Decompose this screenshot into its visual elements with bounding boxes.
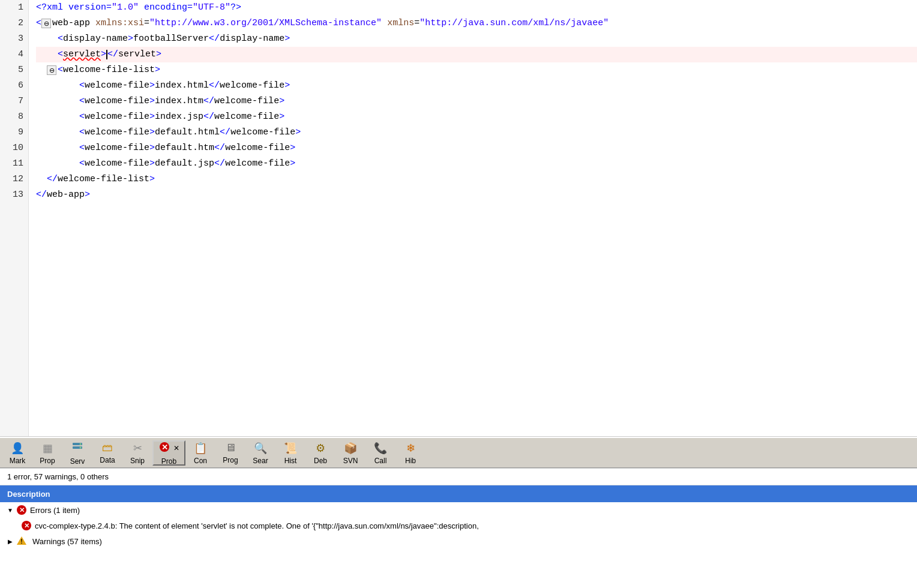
line-num-3: 3 — [5, 31, 23, 47]
svn-icon: 📦 — [344, 442, 357, 455]
deb-icon: ⚙ — [316, 442, 325, 455]
prop-label: Prop — [40, 457, 55, 464]
panel-content[interactable]: ▼ ✕ Errors (1 item) ✕ cvc-complex-type.2… — [0, 502, 917, 588]
warnings-group-label: Warnings (57 items) — [32, 537, 102, 546]
status-text: 1 error, 57 warnings, 0 others — [7, 472, 109, 481]
code-line-1: <?xml version="1.0" encoding="UTF-8"?> — [36, 0, 917, 16]
column-header: Description — [7, 490, 50, 499]
toolbar-btn-snip[interactable]: ✂ Snip — [122, 440, 152, 466]
serv-icon — [71, 441, 83, 455]
code-line-3: <display-name>footballServer</display-na… — [36, 31, 917, 47]
prog-icon: 🖥 — [225, 442, 236, 454]
line-num-1: 1 — [5, 0, 23, 16]
line-num-7: 7 — [5, 94, 23, 109]
line-num-6: 6 — [5, 78, 23, 94]
mark-label: Mark — [10, 457, 26, 464]
line-num-2: 2 — [5, 16, 23, 31]
line-num-13: 13 — [5, 187, 23, 203]
toolbar-btn-sear[interactable]: 🔍 Sear — [245, 440, 275, 466]
code-lines[interactable]: <?xml version="1.0" encoding="UTF-8"?> <… — [29, 0, 917, 436]
prog-label: Prog — [223, 457, 238, 464]
code-container: 1 2 3 4 5 6 7 8 9 10 11 12 13 <?xml vers… — [0, 0, 917, 436]
hist-icon: 📜 — [284, 442, 297, 455]
errors-group[interactable]: ▼ ✕ Errors (1 item) — [0, 502, 917, 518]
code-line-11: <welcome-file>default.jsp</welcome-file> — [36, 156, 917, 172]
line-num-9: 9 — [5, 125, 23, 140]
code-line-9: <welcome-file>default.html</welcome-file… — [36, 125, 917, 140]
call-label: Call — [374, 457, 387, 464]
toolbar-btn-prop[interactable]: ▦ Prop — [32, 440, 62, 466]
toolbar-btn-data[interactable]: 🗃 Data — [92, 440, 122, 466]
code-line-1-content: <?xml version="1.0" encoding="UTF-8"?> — [36, 0, 241, 16]
prob-icon: ✕ — [158, 441, 170, 455]
call-icon: 📞 — [374, 442, 387, 455]
code-line-12: </welcome-file-list> — [36, 172, 917, 187]
svn-label: SVN — [343, 457, 358, 464]
hib-label: Hib — [405, 457, 416, 464]
code-line-7: <welcome-file>index.htm</welcome-file> — [36, 94, 917, 109]
toolbar-btn-hib[interactable]: ❄ Hib — [395, 440, 425, 466]
code-line-6: <welcome-file>index.html</welcome-file> — [36, 78, 917, 94]
toolbar-btn-serv[interactable]: Serv — [62, 440, 92, 466]
errors-expand-arrow[interactable]: ▼ — [7, 507, 13, 513]
hib-icon: ❄ — [406, 442, 415, 455]
line-num-11: 11 — [5, 156, 23, 172]
prob-close-icon: ✕ — [173, 444, 179, 452]
sear-icon: 🔍 — [254, 442, 267, 455]
error-detail-text: cvc-complex-type.2.4.b: The content of e… — [35, 521, 479, 530]
svg-text:✕: ✕ — [161, 443, 168, 452]
sear-label: Sear — [253, 457, 268, 464]
line-numbers: 1 2 3 4 5 6 7 8 9 10 11 12 13 — [0, 0, 29, 436]
toolbar-btn-con[interactable]: 📋 Con — [185, 440, 215, 466]
data-label: Data — [100, 457, 115, 464]
svg-text:!: ! — [20, 538, 22, 545]
toolbar-btn-call[interactable]: 📞 Call — [365, 440, 395, 466]
snip-icon: ✂ — [133, 442, 142, 455]
toolbar-btn-mark[interactable]: 👤 Mark — [2, 440, 32, 466]
code-line-10: <welcome-file>default.htm</welcome-file> — [36, 140, 917, 156]
code-line-2: <⊖web-app xmlns:xsi="http://www.w3.org/2… — [36, 16, 917, 31]
prob-label: Prob — [161, 458, 176, 465]
fold-icon-2[interactable]: ⊖ — [41, 19, 51, 28]
con-label: Con — [194, 457, 207, 464]
code-line-5: ⊖<welcome-file-list> — [36, 62, 917, 78]
toolbar: 👤 Mark ▦ Prop Serv 🗃 Data ✂ Snip — [0, 437, 917, 468]
toolbar-btn-svn[interactable]: 📦 SVN — [335, 440, 365, 466]
problems-panel: 1 error, 57 warnings, 0 others Descripti… — [0, 468, 917, 588]
con-icon: 📋 — [194, 442, 207, 455]
panel-header: Description — [0, 485, 917, 502]
line-num-4: 4 — [5, 47, 23, 62]
hist-label: Hist — [284, 457, 297, 464]
prop-icon: ▦ — [43, 442, 53, 455]
serv-label: Serv — [70, 458, 85, 465]
warning-icon-group: ! — [17, 536, 26, 547]
panel-status: 1 error, 57 warnings, 0 others — [0, 469, 917, 485]
code-line-13: </web-app> — [36, 187, 917, 203]
error-icon-detail: ✕ — [22, 521, 31, 530]
line-num-8: 8 — [5, 109, 23, 125]
svg-point-2 — [80, 443, 82, 445]
error-detail-1[interactable]: ✕ cvc-complex-type.2.4.b: The content of… — [0, 518, 917, 533]
toolbar-btn-prog[interactable]: 🖥 Prog — [215, 440, 245, 466]
svg-point-3 — [80, 446, 82, 448]
mark-icon: 👤 — [11, 442, 24, 455]
error-icon-group: ✕ — [17, 505, 26, 515]
fold-icon-5[interactable]: ⊖ — [47, 65, 56, 75]
errors-group-label: Errors (1 item) — [30, 506, 80, 515]
warnings-expand-arrow[interactable]: ▶ — [7, 538, 13, 544]
data-icon: 🗃 — [102, 442, 113, 454]
line-num-12: 12 — [5, 172, 23, 187]
editor-area: 1 2 3 4 5 6 7 8 9 10 11 12 13 <?xml vers… — [0, 0, 917, 437]
toolbar-btn-hist[interactable]: 📜 Hist — [275, 440, 305, 466]
line-num-10: 10 — [5, 140, 23, 156]
toolbar-btn-prob[interactable]: ✕ ✕ Prob — [152, 440, 185, 466]
toolbar-btn-deb[interactable]: ⚙ Deb — [305, 440, 335, 466]
code-line-4: ✕ <servlet></servlet> — [36, 47, 917, 62]
code-line-8: <welcome-file>index.jsp</welcome-file> — [36, 109, 917, 125]
line-num-5: 5 — [5, 62, 23, 78]
snip-label: Snip — [130, 457, 145, 464]
warnings-group[interactable]: ▶ ! Warnings (57 items) — [0, 533, 917, 549]
deb-label: Deb — [314, 457, 327, 464]
